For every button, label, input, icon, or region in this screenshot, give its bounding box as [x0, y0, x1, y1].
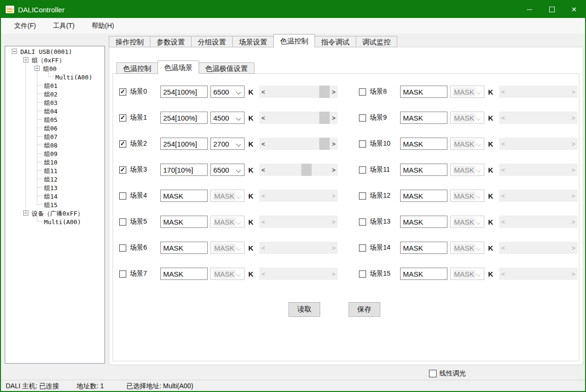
- scene-level-input[interactable]: [160, 268, 208, 280]
- scene-ct-dropdown[interactable]: MASK: [450, 86, 484, 98]
- scroll-left-icon[interactable]: <: [259, 86, 267, 98]
- scene-checkbox[interactable]: [119, 192, 126, 200]
- tab-3[interactable]: 分组设置: [191, 36, 233, 47]
- scene-checkbox[interactable]: [359, 88, 366, 96]
- tree-item[interactable]: 组13: [5, 183, 105, 192]
- scene-checkbox[interactable]: ✓: [119, 114, 126, 122]
- tree-item[interactable]: 设备（广播0xFF）: [5, 209, 105, 218]
- tree-item[interactable]: 组07: [5, 132, 105, 141]
- tree-item[interactable]: 组09: [5, 149, 105, 158]
- scene-checkbox[interactable]: [359, 166, 366, 174]
- menu-item-2[interactable]: 工具(T): [47, 19, 80, 33]
- scene-ct-dropdown[interactable]: MASK: [210, 268, 245, 280]
- scene-ct-dropdown[interactable]: MASK: [450, 112, 484, 124]
- scene-level-input[interactable]: [400, 268, 447, 280]
- scene-ct-dropdown[interactable]: MASK: [450, 190, 484, 202]
- linear-dimming-checkbox[interactable]: [429, 370, 437, 377]
- scroll-right-icon[interactable]: >: [330, 112, 338, 124]
- tab-1[interactable]: 操作控制: [109, 36, 150, 47]
- tree-item[interactable]: Multi(A00): [5, 73, 105, 81]
- maximize-button[interactable]: [541, 1, 563, 18]
- scene-checkbox[interactable]: [359, 270, 366, 278]
- tree-item[interactable]: Multi(A00): [5, 218, 105, 226]
- scroll-right-icon[interactable]: >: [330, 86, 338, 98]
- scene-ct-scrollbar[interactable]: <>: [259, 86, 338, 98]
- tree-item[interactable]: 组11: [5, 166, 105, 175]
- tree-item[interactable]: DALI USB(0001): [5, 47, 105, 56]
- tab-5[interactable]: 色温控制: [273, 34, 315, 47]
- tree-item[interactable]: 组15: [5, 200, 105, 209]
- scroll-left-icon[interactable]: <: [259, 164, 267, 176]
- scene-ct-dropdown[interactable]: MASK: [450, 242, 484, 254]
- scene-ct-dropdown[interactable]: MASK: [210, 190, 245, 202]
- tree-item[interactable]: 组01: [5, 81, 105, 90]
- scene-ct-scrollbar[interactable]: <>: [259, 164, 338, 176]
- tree-item[interactable]: 组00: [5, 64, 105, 73]
- scene-ct-dropdown[interactable]: 4500: [210, 112, 245, 124]
- close-button[interactable]: ✕: [563, 1, 585, 18]
- tree-item[interactable]: 组（0xFF）: [5, 56, 105, 64]
- scene-ct-dropdown[interactable]: 6500: [210, 86, 245, 98]
- scene-level-input[interactable]: [160, 138, 208, 150]
- scene-ct-dropdown[interactable]: MASK: [450, 164, 484, 176]
- scene-ct-dropdown[interactable]: MASK: [450, 268, 484, 280]
- window-resize-grip[interactable]: [577, 385, 583, 391]
- scrollbar-thumb[interactable]: [319, 138, 330, 150]
- scene-level-input[interactable]: [160, 190, 208, 202]
- scroll-right-icon[interactable]: >: [330, 138, 338, 150]
- tab-6[interactable]: 指令调试: [315, 36, 356, 47]
- scene-checkbox[interactable]: [119, 244, 126, 252]
- scene-ct-scrollbar[interactable]: <>: [259, 138, 338, 150]
- subtab-3[interactable]: 色温极值设置: [199, 62, 254, 74]
- scene-checkbox[interactable]: [359, 218, 366, 226]
- scrollbar-thumb[interactable]: [319, 86, 330, 98]
- subtab-2[interactable]: 色温场景: [157, 61, 199, 74]
- tree-item[interactable]: 组02: [5, 90, 105, 98]
- scrollbar-thumb[interactable]: [301, 164, 312, 176]
- scene-ct-dropdown[interactable]: MASK: [210, 242, 245, 254]
- subtab-1[interactable]: 色温控制: [116, 62, 158, 74]
- tab-4[interactable]: 场景设置: [232, 36, 274, 47]
- scene-checkbox[interactable]: [359, 192, 366, 200]
- scene-checkbox[interactable]: [359, 140, 366, 148]
- tree-item[interactable]: 组04: [5, 107, 105, 115]
- scene-level-input[interactable]: [400, 242, 447, 254]
- tree-item[interactable]: 组06: [5, 124, 105, 132]
- scroll-right-icon[interactable]: >: [330, 164, 338, 176]
- tree-expander-icon[interactable]: [12, 49, 17, 54]
- tree-item[interactable]: 组12: [5, 175, 105, 183]
- tree-item[interactable]: 组08: [5, 141, 105, 149]
- scrollbar-thumb[interactable]: [319, 112, 330, 124]
- menu-item-1[interactable]: 文件(F): [9, 19, 42, 33]
- tree-item[interactable]: 组14: [5, 192, 105, 200]
- menu-item-3[interactable]: 帮助(H): [86, 19, 120, 33]
- scene-level-input[interactable]: [160, 242, 208, 254]
- tab-2[interactable]: 参数设置: [150, 36, 192, 47]
- scene-level-input[interactable]: [160, 86, 208, 98]
- scene-level-input[interactable]: [400, 164, 447, 176]
- tree-item[interactable]: 组03: [5, 98, 105, 107]
- scene-level-input[interactable]: [160, 216, 208, 228]
- tree-item[interactable]: 组10: [5, 158, 105, 166]
- scene-level-input[interactable]: [160, 164, 208, 176]
- scene-level-input[interactable]: [400, 216, 447, 228]
- save-button[interactable]: 保存: [349, 302, 380, 317]
- scene-checkbox[interactable]: ✓: [119, 88, 126, 96]
- scene-checkbox[interactable]: ✓: [119, 166, 126, 174]
- scene-checkbox[interactable]: [359, 114, 366, 122]
- scene-ct-scrollbar[interactable]: <>: [259, 112, 338, 124]
- scene-level-input[interactable]: [400, 112, 447, 124]
- scene-checkbox[interactable]: [119, 270, 126, 278]
- scene-checkbox[interactable]: [359, 244, 366, 252]
- scene-level-input[interactable]: [400, 86, 447, 98]
- scroll-left-icon[interactable]: <: [259, 138, 267, 150]
- scene-checkbox[interactable]: [119, 218, 126, 226]
- scene-level-input[interactable]: [400, 190, 447, 202]
- scene-ct-dropdown[interactable]: 2700: [210, 138, 245, 150]
- scene-ct-dropdown[interactable]: 6500: [210, 164, 245, 176]
- scene-ct-dropdown[interactable]: MASK: [450, 138, 484, 150]
- minimize-button[interactable]: [518, 1, 541, 18]
- scene-level-input[interactable]: [400, 138, 447, 150]
- tab-7[interactable]: 调试监控: [356, 36, 397, 47]
- scene-ct-dropdown[interactable]: MASK: [210, 216, 245, 228]
